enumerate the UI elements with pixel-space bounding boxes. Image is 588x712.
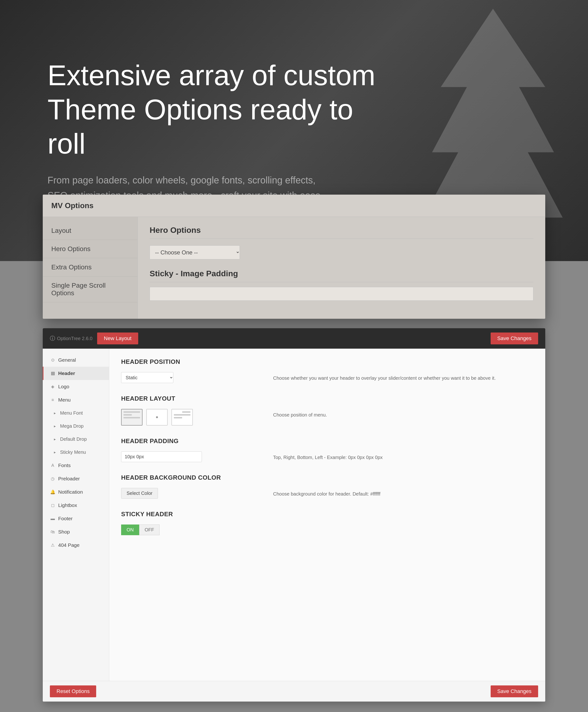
options-sticky-padding-input[interactable]	[150, 287, 533, 301]
optiontree-content: Header Position Static Sticky Fixed Choo…	[109, 349, 545, 681]
sidebar-item-logo[interactable]: ◈ Logo	[43, 380, 109, 393]
header-bg-color-label: Header Background Color	[121, 474, 533, 481]
header-position-label: Header Position	[121, 358, 533, 366]
options-content-area: Hero Options -- Choose One -- Sticky - I…	[138, 217, 545, 319]
options-sidebar-item-layout[interactable]: Layout	[43, 222, 138, 240]
fonts-icon: A	[50, 463, 55, 468]
sidebar-item-header[interactable]: ▤ Header	[43, 367, 109, 380]
options-hero-section-title: Hero Options	[150, 225, 533, 239]
header-padding-desc: Top, Right, Bottom, Left - Example: 0px …	[273, 451, 533, 461]
sidebar-item-mega-drop[interactable]: ▸ Mega Drop	[43, 419, 109, 433]
header-layout-left	[121, 409, 264, 426]
header-position-row: Static Sticky Fixed Choose whether you w…	[121, 372, 533, 383]
svg-marker-0	[423, 9, 563, 218]
thumb-bar-1	[124, 411, 140, 413]
thumb-bar-3	[124, 417, 140, 418]
sticky-header-label: Sticky Header	[121, 511, 533, 518]
header-layout-label: Header Layout	[121, 395, 533, 402]
header-icon: ▤	[50, 371, 55, 376]
thumb-bar-6	[174, 417, 182, 418]
header-bg-color-left: Select Color	[121, 488, 264, 499]
layout-thumb-2[interactable]	[146, 409, 168, 426]
footer-icon: ▬	[50, 516, 55, 521]
sidebar-item-shop[interactable]: 🛍 Shop	[43, 525, 109, 539]
new-layout-button[interactable]: New Layout	[97, 332, 138, 344]
options-panel-title: MV Options	[43, 195, 545, 217]
options-panel-body: Layout Hero Options Extra Options Single…	[43, 217, 545, 319]
save-changes-button-top[interactable]: Save Changes	[491, 332, 538, 344]
select-color-button[interactable]: Select Color	[121, 488, 158, 499]
sidebar-item-menu[interactable]: ≡ Menu	[43, 393, 109, 407]
404-icon: ⚠	[50, 542, 55, 548]
options-overlay: MV Options Layout Hero Options Extra Opt…	[0, 195, 588, 319]
sidebar-item-sticky-menu[interactable]: ▸ Sticky Menu	[43, 446, 109, 459]
options-field-choose-one: -- Choose One --	[150, 245, 533, 259]
options-choose-one-select[interactable]: -- Choose One --	[150, 245, 240, 259]
sidebar-item-general[interactable]: ⊙ General	[43, 353, 109, 367]
optiontree-version: OptionTree 2.6.0	[57, 336, 92, 341]
options-sticky-section-title: Sticky - Image Padding	[150, 269, 533, 282]
header-bg-color-row: Select Color Choose background color for…	[121, 488, 533, 499]
optiontree-bottombar: Reset Options Save Changes	[43, 681, 545, 702]
preloader-icon: ◷	[50, 476, 55, 481]
header-padding-label: Header Padding	[121, 437, 533, 445]
sidebar-item-preloader[interactable]: ◷ Preloader	[43, 472, 109, 486]
shop-icon: 🛍	[50, 530, 55, 535]
layout-thumbs-group	[121, 409, 264, 426]
sidebar-item-lightbox[interactable]: ◻ Lightbox	[43, 499, 109, 512]
header-position-left: Static Sticky Fixed	[121, 372, 264, 383]
layout-thumb-3[interactable]	[171, 409, 193, 426]
thumb-bar-5	[174, 414, 190, 415]
sidebar-item-fonts[interactable]: A Fonts	[43, 459, 109, 472]
section-header-position: Header Position Static Sticky Fixed Choo…	[121, 358, 533, 383]
section-header-layout: Header Layout	[121, 395, 533, 426]
thumb-bar-4	[182, 411, 190, 413]
options-sticky-padding-field	[150, 287, 533, 301]
hero-title: Extensive array of custom Theme Options …	[47, 58, 380, 161]
options-sidebar-item-scroll[interactable]: Single Page Scroll Options	[43, 277, 138, 302]
section-header-bg-color: Header Background Color Select Color Cho…	[121, 474, 533, 499]
logo-icon: ◈	[50, 384, 55, 389]
general-icon: ⊙	[50, 358, 55, 363]
menu-font-arrow: ▸	[54, 411, 56, 415]
sidebar-item-404[interactable]: ⚠ 404 Page	[43, 539, 109, 552]
section-header-padding: Header Padding Top, Right, Bottom, Left …	[121, 437, 533, 462]
sticky-header-desc	[273, 524, 533, 527]
sticky-header-on-button[interactable]: ON	[121, 524, 139, 535]
sticky-header-left: ON OFF	[121, 524, 264, 535]
section-sticky-header: Sticky Header ON OFF	[121, 511, 533, 535]
options-panel: MV Options Layout Hero Options Extra Opt…	[43, 195, 545, 319]
sidebar-item-notification[interactable]: 🔔 Notification	[43, 486, 109, 499]
optiontree-topbar: ⓘ OptionTree 2.6.0 New Layout Save Chang…	[43, 328, 545, 349]
sidebar-item-menu-font[interactable]: ▸ Menu Font	[43, 407, 109, 419]
thumb-dot	[156, 416, 158, 418]
header-position-desc: Choose whether you want your header to o…	[273, 372, 533, 382]
hero-content: Extensive array of custom Theme Options …	[47, 58, 380, 203]
menu-icon: ≡	[50, 397, 55, 403]
sticky-menu-arrow: ▸	[54, 450, 56, 454]
options-sidebar-item-extra[interactable]: Extra Options	[43, 258, 138, 277]
optiontree-sidebar: ⊙ General ▤ Header ◈ Logo ≡ Menu ▸ Menu …	[43, 349, 109, 681]
notification-icon: 🔔	[50, 489, 55, 495]
header-padding-input[interactable]	[121, 451, 202, 462]
header-layout-desc: Choose position of menu.	[273, 409, 533, 418]
layout-thumb-1[interactable]	[121, 409, 143, 426]
header-padding-left	[121, 451, 264, 462]
optiontree-main: ⊙ General ▤ Header ◈ Logo ≡ Menu ▸ Menu …	[43, 349, 545, 681]
header-padding-row: Top, Right, Bottom, Left - Example: 0px …	[121, 451, 533, 462]
optiontree-panel: ⓘ OptionTree 2.6.0 New Layout Save Chang…	[43, 328, 545, 702]
sidebar-item-default-drop[interactable]: ▸ Default Drop	[43, 433, 109, 446]
mega-drop-arrow: ▸	[54, 424, 56, 428]
header-bg-color-desc: Choose background color for header. Defa…	[273, 488, 533, 497]
sticky-header-toggle-group: ON OFF	[121, 524, 264, 535]
header-layout-row: Choose position of menu.	[121, 409, 533, 426]
header-position-select[interactable]: Static Sticky Fixed	[121, 372, 173, 383]
sticky-header-off-button[interactable]: OFF	[139, 524, 160, 535]
sidebar-item-footer[interactable]: ▬ Footer	[43, 512, 109, 525]
options-sidebar-item-hero[interactable]: Hero Options	[43, 240, 138, 258]
reset-options-button[interactable]: Reset Options	[50, 685, 96, 697]
sticky-header-row: ON OFF	[121, 524, 533, 535]
lightbox-icon: ◻	[50, 503, 55, 508]
thumb-bar-2	[124, 414, 132, 415]
save-changes-button-bottom[interactable]: Save Changes	[491, 685, 538, 697]
